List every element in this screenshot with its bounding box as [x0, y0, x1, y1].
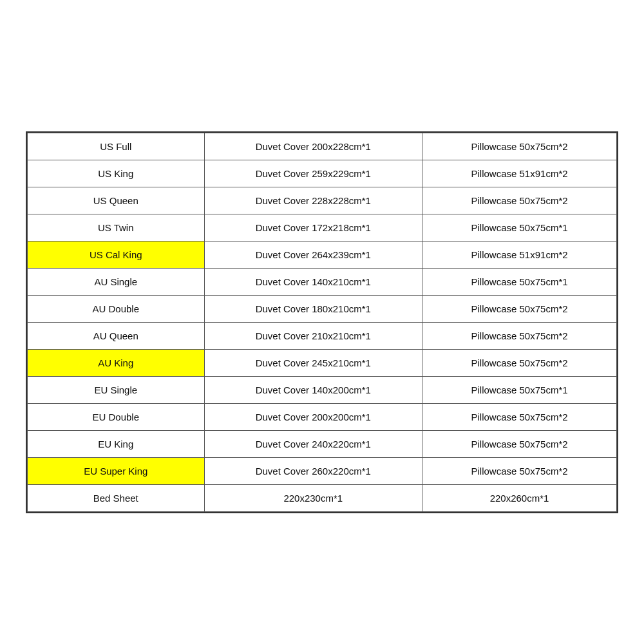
pillowcase-eu-single: Pillowcase 50x75cm*1 — [422, 376, 617, 403]
duvet-cover-au-single: Duvet Cover 140x210cm*1 — [204, 268, 422, 295]
duvet-cover-bed-sheet: 220x230cm*1 — [204, 484, 422, 511]
table-row-au-king: AU KingDuvet Cover 245x210cm*1Pillowcase… — [28, 349, 617, 376]
size-name-us-queen: US Queen — [28, 187, 205, 214]
duvet-cover-us-full: Duvet Cover 200x228cm*1 — [204, 133, 422, 160]
pillowcase-eu-king: Pillowcase 50x75cm*2 — [422, 430, 617, 457]
table-row-eu-double: EU DoubleDuvet Cover 200x200cm*1Pillowca… — [28, 403, 617, 430]
duvet-cover-eu-single: Duvet Cover 140x200cm*1 — [204, 376, 422, 403]
pillowcase-au-double: Pillowcase 50x75cm*2 — [422, 295, 617, 322]
table-row-au-double: AU DoubleDuvet Cover 180x210cm*1Pillowca… — [28, 295, 617, 322]
table-row-eu-super-king: EU Super KingDuvet Cover 260x220cm*1Pill… — [28, 457, 617, 484]
table-row-au-queen: AU QueenDuvet Cover 210x210cm*1Pillowcas… — [28, 322, 617, 349]
duvet-cover-us-cal-king: Duvet Cover 264x239cm*1 — [204, 241, 422, 268]
pillowcase-us-full: Pillowcase 50x75cm*2 — [422, 133, 617, 160]
size-name-eu-super-king: EU Super King — [28, 457, 205, 484]
size-name-au-queen: AU Queen — [28, 322, 205, 349]
pillowcase-us-queen: Pillowcase 50x75cm*2 — [422, 187, 617, 214]
table-row-us-cal-king: US Cal KingDuvet Cover 264x239cm*1Pillow… — [28, 241, 617, 268]
pillowcase-au-single: Pillowcase 50x75cm*1 — [422, 268, 617, 295]
table-row-bed-sheet: Bed Sheet220x230cm*1220x260cm*1 — [28, 484, 617, 511]
size-name-au-single: AU Single — [28, 268, 205, 295]
duvet-cover-au-king: Duvet Cover 245x210cm*1 — [204, 349, 422, 376]
duvet-cover-us-king: Duvet Cover 259x229cm*1 — [204, 160, 422, 187]
size-name-us-cal-king: US Cal King — [28, 241, 205, 268]
pillowcase-eu-super-king: Pillowcase 50x75cm*2 — [422, 457, 617, 484]
size-name-us-twin: US Twin — [28, 214, 205, 241]
size-name-us-full: US Full — [28, 133, 205, 160]
size-name-eu-double: EU Double — [28, 403, 205, 430]
pillowcase-us-twin: Pillowcase 50x75cm*1 — [422, 214, 617, 241]
size-name-bed-sheet: Bed Sheet — [28, 484, 205, 511]
table-row-eu-single: EU SingleDuvet Cover 140x200cm*1Pillowca… — [28, 376, 617, 403]
pillowcase-au-queen: Pillowcase 50x75cm*2 — [422, 322, 617, 349]
pillowcase-au-king: Pillowcase 50x75cm*2 — [422, 349, 617, 376]
size-name-us-king: US King — [28, 160, 205, 187]
table-row-us-full: US FullDuvet Cover 200x228cm*1Pillowcase… — [28, 133, 617, 160]
pillowcase-us-cal-king: Pillowcase 51x91cm*2 — [422, 241, 617, 268]
table-row-us-queen: US QueenDuvet Cover 228x228cm*1Pillowcas… — [28, 187, 617, 214]
size-name-au-double: AU Double — [28, 295, 205, 322]
duvet-cover-us-queen: Duvet Cover 228x228cm*1 — [204, 187, 422, 214]
duvet-cover-us-twin: Duvet Cover 172x218cm*1 — [204, 214, 422, 241]
duvet-cover-eu-super-king: Duvet Cover 260x220cm*1 — [204, 457, 422, 484]
pillowcase-bed-sheet: 220x260cm*1 — [422, 484, 617, 511]
table-row-eu-king: EU KingDuvet Cover 240x220cm*1Pillowcase… — [28, 430, 617, 457]
size-guide-table-container: US FullDuvet Cover 200x228cm*1Pillowcase… — [26, 131, 618, 513]
duvet-cover-au-double: Duvet Cover 180x210cm*1 — [204, 295, 422, 322]
table-row-au-single: AU SingleDuvet Cover 140x210cm*1Pillowca… — [28, 268, 617, 295]
duvet-cover-au-queen: Duvet Cover 210x210cm*1 — [204, 322, 422, 349]
pillowcase-us-king: Pillowcase 51x91cm*2 — [422, 160, 617, 187]
size-guide-table: US FullDuvet Cover 200x228cm*1Pillowcase… — [27, 133, 617, 512]
size-name-au-king: AU King — [28, 349, 205, 376]
size-name-eu-single: EU Single — [28, 376, 205, 403]
table-row-us-king: US KingDuvet Cover 259x229cm*1Pillowcase… — [28, 160, 617, 187]
duvet-cover-eu-double: Duvet Cover 200x200cm*1 — [204, 403, 422, 430]
duvet-cover-eu-king: Duvet Cover 240x220cm*1 — [204, 430, 422, 457]
size-name-eu-king: EU King — [28, 430, 205, 457]
table-row-us-twin: US TwinDuvet Cover 172x218cm*1Pillowcase… — [28, 214, 617, 241]
pillowcase-eu-double: Pillowcase 50x75cm*2 — [422, 403, 617, 430]
